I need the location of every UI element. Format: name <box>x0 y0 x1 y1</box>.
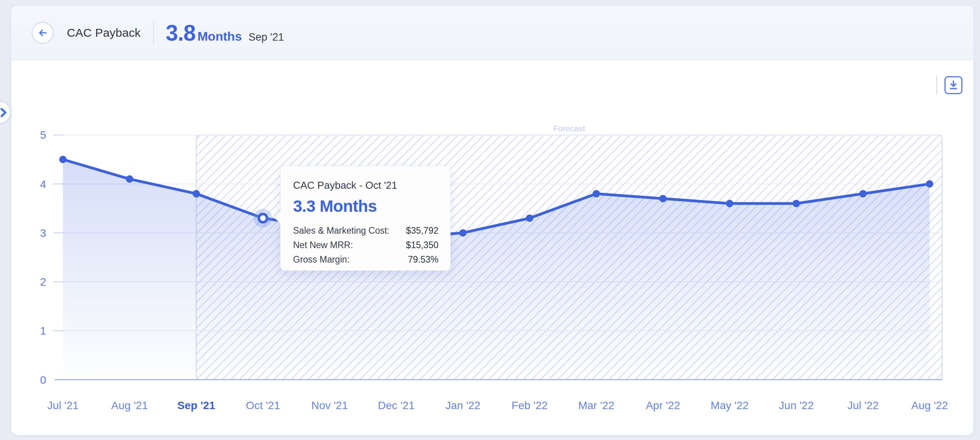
tooltip-row-value: $35,792 <box>406 224 438 238</box>
tooltip-row-label: Net New MRR: <box>293 238 353 252</box>
tooltip-row: Gross Margin: 79.53% <box>293 252 438 267</box>
chart-tooltip: CAC Payback - Oct '21 3.3 Months Sales &… <box>280 166 451 271</box>
back-button[interactable] <box>32 22 54 44</box>
tooltip-row: Sales & Marketing Cost: $35,792 <box>293 224 438 238</box>
tooltip-title: CAC Payback - Oct '21 <box>293 179 438 191</box>
tooltip-row-label: Sales & Marketing Cost: <box>293 224 390 238</box>
back-arrow-icon <box>37 27 48 39</box>
headline-metric: 3.8 Months Sep '21 <box>166 20 284 46</box>
download-button[interactable] <box>944 76 962 94</box>
page: { "header": { "title": "CAC Payback", "m… <box>0 0 980 440</box>
tooltip-row-value: 79.53% <box>408 252 438 267</box>
tooltip-value: 3.3 Months <box>293 197 438 216</box>
tooltip-row-value: $15,350 <box>406 238 438 252</box>
metric-unit: Months <box>197 29 242 44</box>
tooltip-row-label: Gross Margin: <box>293 252 349 267</box>
chevron-right-icon <box>0 107 7 118</box>
tooltip-rows: Sales & Marketing Cost: $35,792 Net New … <box>293 224 438 267</box>
toolbar-divider <box>936 76 937 95</box>
metric-value: 3.8 <box>166 20 195 46</box>
card-header: CAC Payback 3.8 Months Sep '21 <box>11 6 973 60</box>
expand-panel-button[interactable] <box>0 101 11 124</box>
header-divider <box>153 21 154 45</box>
tooltip-row: Net New MRR: $15,350 <box>293 238 438 252</box>
cac-payback-card: CAC Payback 3.8 Months Sep '21 <box>11 5 974 435</box>
metric-period: Sep '21 <box>249 31 284 43</box>
page-title: CAC Payback <box>67 26 141 39</box>
download-icon <box>947 79 960 91</box>
